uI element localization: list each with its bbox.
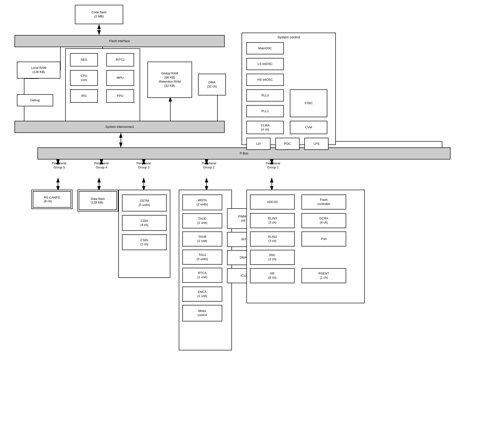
mpu-box: MPU [106,70,134,86]
pg4-label: PeripheralGroup 4 [86,162,117,170]
port-box: Port [301,232,346,247]
taud-label: TAUD(1 unit) [197,217,207,225]
pll1-box: PLL1 [247,105,284,117]
cpu-core-box: CPUcore [70,70,98,86]
motor-control-label: Motorcontrol [198,309,207,317]
global-ram-label: Global RAM(96 KB)/Retention RAM(32 KB) [159,72,181,88]
csig-label: CSIG(1 ch) [140,238,148,247]
fpu-box: FPU [106,89,134,103]
wdta-label: WDTA(2 units) [197,198,208,207]
csih-box: CSIH(4 ch) [122,215,167,231]
rsent-box: RSENT(1 ch) [301,268,346,283]
cvm-label: CVM [305,125,312,129]
poc-label: POC [284,142,291,146]
dcra-box: DCRA(4 ch) [301,213,346,228]
block-diagram: Code flash(2 MB) Flash interface Local R… [0,0,494,448]
rlin2-label: RLIN2(3 ch) [268,235,277,243]
lps-box: LPS [304,138,329,150]
system-interconnect-box: System interconnect [14,121,225,133]
pll0-label: PLL0 [261,94,269,98]
code-flash-box: Code flash(2 MB) [75,5,123,24]
ipg-label: IPG [81,94,86,98]
main-osc-label: MainOSC [258,46,272,50]
riic-box: RIIC(2 ch) [250,250,295,265]
pll1-label: PLL1 [261,109,269,113]
pg3-label: PeripheralGroup 3 [128,162,160,170]
ipg-box: IPG [70,89,98,103]
enca-label: ENCA(1 unit) [197,290,207,298]
enca-box: ENCA(1 unit) [182,286,222,301]
fpu-label: FPU [117,94,124,98]
ls-intosc-label: LS IntOSC [258,62,272,66]
seg-box: SEG [70,53,98,66]
local-ram-label: Local RAM(128 KB) [31,66,46,74]
seg-label: SEG [81,58,87,62]
flash-controller-label: Flashcontroller [317,198,330,206]
lps-label: LPS [314,142,320,146]
rtca-box: RTCA(1 unit) [182,268,222,283]
flash-controller-box: Flashcontroller [301,195,346,210]
taud-box: TAUD(1 unit) [182,213,222,228]
poc-box: POC [275,138,299,150]
dma-label: DMA(32 ch) [207,80,217,89]
clma-label: CLMA(4 ch) [261,124,269,132]
port-label: Port [321,237,327,241]
main-osc-box: MainOSC [247,42,284,54]
rlin3-box: RLIN3(3 ch) [250,213,295,228]
rlin3-label: RLIN3(3 ch) [268,216,277,225]
system-interconnect-label: System interconnect [105,125,134,129]
csih-label: CSIH(4 ch) [140,219,148,227]
mpu-label: MPU [117,76,124,80]
data-flash-outer: Data flash(128 KB) [77,190,118,212]
cpu-core-label: CPUcore [81,74,87,82]
intc1-box: INTC1 [106,53,134,66]
stbc-label: STBC [304,101,313,105]
lvi-box: LVI [247,138,271,150]
csig-box: CSIG(1 ch) [122,234,167,250]
rlin2-box: RLIN2(3 ch) [250,232,295,247]
tauj-label: TAUJ(4 units) [197,253,208,261]
kr-label: KR(8 ch) [268,272,276,280]
adca0-label: ADCA0 [267,200,278,204]
rtca-label: RTCA(1 unit) [197,271,207,279]
ostm-label: OSTM(5 units) [139,199,150,207]
dcra-label: DCRA(4 ch) [319,216,328,225]
taub-box: TAUB(1 unit) [182,232,222,247]
intc1-label: INTC1 [116,58,125,62]
global-ram-box: Global RAM(96 KB)/Retention RAM(32 KB) [147,62,192,98]
lvi-label: LVI [256,142,261,146]
pg1-label: PeripheralGroup 1 [257,162,289,170]
adca0-box: ADCA0 [250,195,295,210]
riic-label: RIIC(2 ch) [268,253,276,261]
rs-canfd-outer: RS-CANFD(8 ch) [31,190,73,209]
code-flash-label: Code flash(2 MB) [92,10,107,19]
wdta-box: WDTA(2 units) [182,195,222,210]
flash-interface-label: Flash interface [109,39,130,43]
hs-intosc-box: HS IntOSC [247,74,284,86]
ls-intosc-box: LS IntOSC [247,58,284,70]
tauj-box: TAUJ(4 units) [182,250,222,265]
hs-intosc-label: HS IntOSC [257,78,273,82]
rs-canfd-label: RS-CANFD(8 ch) [44,196,60,203]
taub-label: TAUB(1 unit) [197,235,207,243]
clma-box: CLMA(4 ch) [247,121,284,134]
pg5-label: PeripheralGroup 5 [43,162,75,170]
cvm-box: CVM [290,121,327,134]
system-control-label: System control [244,35,333,39]
ostm-box: OSTM(5 units) [122,195,167,212]
motor-control-box: Motorcontrol [182,305,222,321]
flash-interface-box: Flash interface [14,35,225,47]
p-bus-label: P-Bus [240,151,248,156]
rs-canfd-inner: RS-CANFD(8 ch) [33,191,71,208]
rsent-label: RSENT(1 ch) [318,272,329,280]
pll0-box: PLL0 [247,89,284,101]
debug-label: Debug [30,98,40,102]
dma-box: DMA(32 ch) [198,74,226,95]
kr-box: KR(8 ch) [250,268,295,283]
p-bus-box: P-Bus [37,147,451,160]
data-flash-label: Data flash(128 KB) [91,197,105,204]
data-flash-inner: Data flash(128 KB) [79,191,117,210]
debug-box: Debug [17,94,53,106]
local-ram-box: Local RAM(128 KB) [17,62,60,78]
stbc-box: STBC [290,89,327,117]
